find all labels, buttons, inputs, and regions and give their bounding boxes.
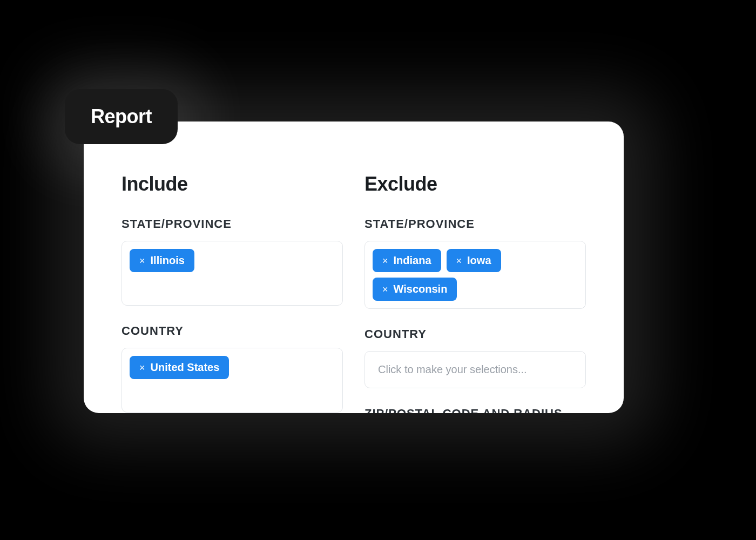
tag-label: Iowa (467, 254, 491, 267)
exclude-zip-label: ZIP/POSTAL CODE AND RADIUS (364, 407, 586, 413)
include-heading: Include (122, 173, 343, 195)
include-country-label: COUNTRY (122, 324, 343, 338)
include-country-input[interactable]: × United States (122, 348, 343, 413)
close-icon[interactable]: × (456, 256, 462, 266)
exclude-column: Exclude STATE/PROVINCE × Indiana × Iowa … (364, 173, 586, 413)
tag-illinois[interactable]: × Illinois (130, 249, 194, 272)
filter-card: Include STATE/PROVINCE × Illinois COUNTR… (84, 122, 624, 413)
close-icon[interactable]: × (139, 363, 145, 373)
tag-label: Indiana (394, 254, 431, 267)
tag-indiana[interactable]: × Indiana (373, 249, 441, 272)
exclude-heading: Exclude (364, 173, 586, 195)
tag-label: Wisconsin (394, 283, 448, 295)
include-column: Include STATE/PROVINCE × Illinois COUNTR… (122, 173, 343, 413)
columns-container: Include STATE/PROVINCE × Illinois COUNTR… (84, 122, 624, 413)
exclude-country-label: COUNTRY (364, 327, 586, 341)
tag-wisconsin[interactable]: × Wisconsin (373, 278, 457, 301)
exclude-state-label: STATE/PROVINCE (364, 217, 586, 231)
close-icon[interactable]: × (139, 256, 145, 266)
tag-iowa[interactable]: × Iowa (447, 249, 501, 272)
include-state-label: STATE/PROVINCE (122, 217, 343, 231)
tag-label: United States (151, 361, 220, 374)
report-badge: Report (65, 89, 178, 144)
close-icon[interactable]: × (382, 256, 388, 266)
include-state-input[interactable]: × Illinois (122, 241, 343, 306)
tag-united-states[interactable]: × United States (130, 356, 229, 379)
exclude-country-input[interactable]: Click to make your selections... (364, 351, 586, 388)
tag-label: Illinois (151, 254, 185, 267)
exclude-state-input[interactable]: × Indiana × Iowa × Wisconsin (364, 241, 586, 309)
close-icon[interactable]: × (382, 285, 388, 294)
